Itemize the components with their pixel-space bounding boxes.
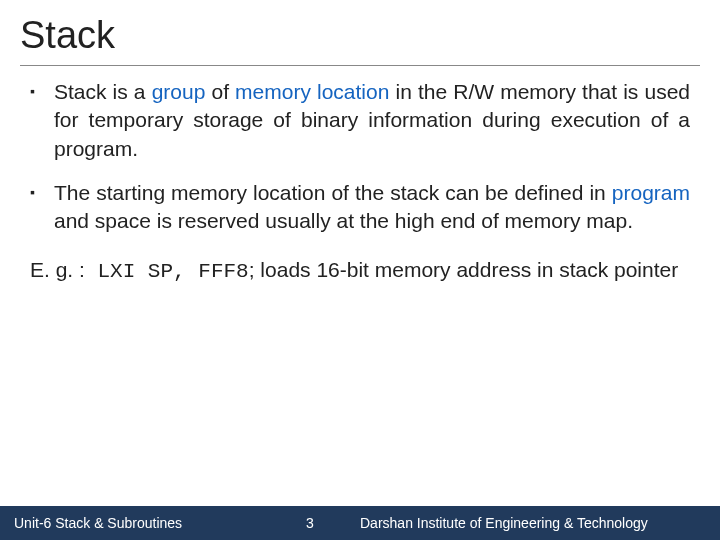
highlight-word: program xyxy=(612,181,690,204)
bullet-marker-icon: ▪ xyxy=(30,78,54,163)
example-code: LXI SP, FFF8 xyxy=(85,260,249,283)
text-segment: The starting memory location of the stac… xyxy=(54,181,612,204)
bullet-item: ▪ The starting memory location of the st… xyxy=(30,179,690,236)
footer-bar: Unit-6 Stack & Subroutines 3 Darshan Ins… xyxy=(0,506,720,540)
highlight-word: group xyxy=(152,80,206,103)
bullet-text: Stack is a group of memory location in t… xyxy=(54,78,690,163)
bullet-item: ▪ Stack is a group of memory location in… xyxy=(30,78,690,163)
bullet-text: The starting memory location of the stac… xyxy=(54,179,690,236)
footer-page-number: 3 xyxy=(280,515,340,531)
text-segment: of xyxy=(205,80,235,103)
example-suffix: ; loads 16-bit memory address in stack p… xyxy=(249,258,679,281)
bullet-marker-icon: ▪ xyxy=(30,179,54,236)
content-area: ▪ Stack is a group of memory location in… xyxy=(0,66,720,286)
footer-unit: Unit-6 Stack & Subroutines xyxy=(0,515,280,531)
page-title: Stack xyxy=(0,0,720,65)
highlight-word: memory location xyxy=(235,80,389,103)
slide: Stack ▪ Stack is a group of memory locat… xyxy=(0,0,720,540)
example-prefix: E. g. : xyxy=(30,258,85,281)
example-line: E. g. : LXI SP, FFF8; loads 16-bit memor… xyxy=(30,252,690,286)
footer-institute: Darshan Institute of Engineering & Techn… xyxy=(340,515,720,531)
text-segment: Stack is a xyxy=(54,80,152,103)
text-segment: and space is reserved usually at the hig… xyxy=(54,209,633,232)
